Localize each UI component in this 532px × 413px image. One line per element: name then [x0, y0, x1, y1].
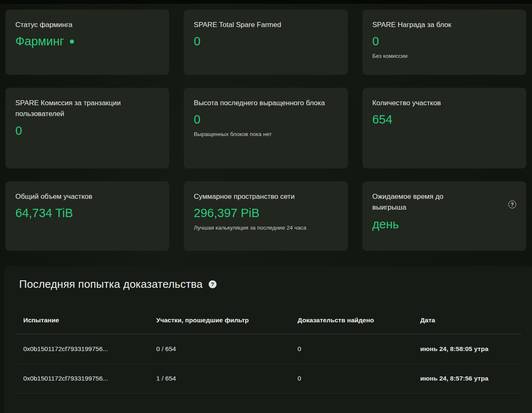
card-block-reward: SPARE Награда за блок 0 Без комиссии: [362, 10, 526, 75]
card-value: 654: [372, 112, 516, 127]
card-value: 0: [194, 34, 337, 49]
card-title: Суммарное пространство сети: [194, 191, 337, 202]
top-window-strip: [0, 0, 532, 4]
last-proof-attempt-panel: Последняя попытка доказательства ? Испыт…: [4, 266, 532, 413]
column-header-passed-filter: Участки, прошедшие фильтр: [148, 307, 289, 334]
card-farming-status: Статус фарминга Фарминг: [5, 10, 169, 75]
table-header-row: Испытание Участки, прошедшие фильтр Дока…: [15, 307, 521, 334]
proofs-found-cell: 0: [289, 334, 412, 364]
card-title: Количество участков: [372, 98, 516, 109]
column-header-challenge: Испытание: [15, 307, 148, 334]
challenge-cell: 0x0b1501172cf7933199756...: [15, 364, 148, 393]
proofs-found-cell: 0: [289, 364, 412, 393]
card-value: Фарминг: [15, 34, 159, 49]
card-subtext: Без комиссии: [372, 53, 516, 59]
card-title: Общий объем участков: [15, 191, 159, 202]
farming-status-dot-icon: [70, 40, 74, 44]
card-user-tx-fees: SPARE Комиссия за транзакции пользовател…: [5, 88, 169, 168]
farming-summary-grid: Статус фарминга Фарминг SPARE Total Spar…: [0, 4, 532, 251]
card-head-row: Ожидаемое время до выигрыша ?: [372, 191, 516, 213]
card-value: 64,734 TiB: [15, 206, 159, 220]
card-value: 0: [194, 112, 337, 127]
proof-attempts-table: Испытание Участки, прошедшие фильтр Дока…: [15, 307, 521, 393]
card-value: день: [372, 217, 516, 232]
card-value: 0: [372, 34, 516, 49]
table-row: 0x0b1501172cf7933199756... 1 / 654 0 июн…: [15, 364, 521, 393]
card-network-space: Суммарное пространство сети 296,397 PiB …: [184, 181, 347, 251]
card-subtext: Выращенных блоков пока нет: [194, 131, 337, 137]
passed-filter-cell: 0 / 654: [148, 334, 289, 364]
card-value: 0: [15, 124, 159, 138]
card-subtext: Лучшая калькуляция за последние 24 часа: [194, 225, 337, 231]
card-title: Ожидаемое время до выигрыша: [372, 191, 476, 213]
card-plot-count: Количество участков 654: [362, 88, 526, 168]
card-expected-time-to-win: Ожидаемое время до выигрыша ? день: [362, 181, 526, 251]
column-header-proofs-found: Доказательств найдено: [289, 307, 412, 334]
panel-title: Последняя попытка доказательства: [19, 278, 203, 291]
passed-filter-cell: 1 / 654: [148, 364, 289, 393]
card-title: SPARE Награда за блок: [372, 20, 516, 30]
date-cell: июнь 24, 8:57:56 утра: [412, 364, 521, 393]
card-total-plot-size: Общий объем участков 64,734 TiB: [5, 181, 169, 251]
card-title: SPARE Total Spare Farmed: [194, 20, 337, 30]
card-title: Высота последнего выращенного блока: [194, 98, 337, 109]
help-icon[interactable]: ?: [508, 200, 516, 208]
farming-status-value: Фарминг: [15, 34, 64, 49]
card-title: Статус фарминга: [15, 20, 159, 30]
challenge-cell: 0x0b1501172cf7933199756...: [15, 334, 148, 364]
card-total-farmed: SPARE Total Spare Farmed 0: [184, 10, 347, 75]
table-row: 0x0b1501172cf7933199756... 0 / 654 0 июн…: [15, 334, 521, 364]
card-last-block-height: Высота последнего выращенного блока 0 Вы…: [184, 88, 347, 168]
date-cell: июнь 24, 8:58:05 утра: [412, 334, 521, 364]
panel-title-row: Последняя попытка доказательства ?: [15, 278, 521, 291]
column-header-date: Дата: [412, 307, 521, 334]
help-icon[interactable]: ?: [209, 280, 217, 288]
card-title: SPARE Комиссия за транзакции пользовател…: [15, 98, 159, 120]
card-value: 296,397 PiB: [194, 206, 337, 220]
